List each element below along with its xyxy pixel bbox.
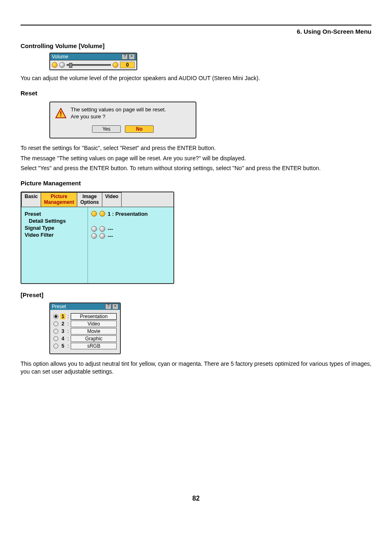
- volume-description: You can adjust the volume level of the p…: [21, 74, 371, 82]
- preset-option-4[interactable]: 4 : Graphic: [53, 335, 117, 342]
- close-icon[interactable]: ×: [129, 54, 135, 60]
- preset-option-1[interactable]: 1 : Presentation: [53, 313, 117, 320]
- volume-title-text: Volume: [52, 54, 68, 60]
- pm-item-detail-settings[interactable]: Detail Settings: [25, 217, 84, 224]
- pm-preset-value: 1 : Presentation: [108, 211, 148, 217]
- radio-icon[interactable]: [53, 314, 58, 319]
- pm-preset-prev-icon[interactable]: [91, 211, 97, 217]
- pm-filter-prev-icon[interactable]: [91, 233, 97, 239]
- reset-message-line1: The setting values on page will be reset…: [71, 106, 166, 113]
- preset-number: 5: [60, 343, 65, 349]
- reset-yes-button[interactable]: Yes: [92, 125, 121, 133]
- preset-titlebar: Preset ? ×: [50, 303, 120, 310]
- preset-option-2[interactable]: 2 : Video: [53, 321, 117, 327]
- volume-increase-button[interactable]: [113, 62, 118, 68]
- tab-image-options[interactable]: Image Options: [77, 192, 102, 207]
- volume-value: 0: [120, 62, 135, 68]
- radio-icon[interactable]: [53, 329, 58, 334]
- warning-icon: [55, 108, 67, 119]
- reset-para1: To reset the settings for "Basic", selec…: [21, 144, 371, 152]
- reset-no-button[interactable]: No: [125, 125, 154, 133]
- pm-signal-value: ---: [108, 226, 113, 232]
- tab-picture-management[interactable]: Picture Management: [41, 192, 77, 207]
- pm-item-signal-type[interactable]: Signal Type: [25, 224, 84, 231]
- volume-slider[interactable]: [67, 64, 111, 66]
- preset-description: This option allows you to adjust neutral…: [21, 360, 371, 376]
- chapter-header: 6. Using On-Screen Menu: [21, 28, 371, 35]
- preset-number: 4: [60, 336, 65, 342]
- radio-icon[interactable]: [53, 336, 58, 341]
- radio-icon[interactable]: [53, 321, 58, 326]
- section-reset-heading: Reset: [21, 90, 371, 97]
- svg-rect-2: [60, 115, 62, 116]
- volume-titlebar: Volume ? ×: [50, 53, 136, 60]
- section-pm-heading: Picture Management: [21, 180, 371, 187]
- pm-filter-next-icon[interactable]: [99, 233, 105, 239]
- tab-pm-line1: Picture: [44, 194, 74, 200]
- pm-signal-next-icon[interactable]: [99, 226, 105, 232]
- reset-para2: The message "The setting values on page …: [21, 155, 371, 162]
- picture-management-menu: Basic Picture Management Image Options V…: [21, 192, 174, 284]
- tab-basic[interactable]: Basic: [21, 192, 41, 207]
- pm-signal-prev-icon[interactable]: [91, 226, 97, 232]
- tab-video[interactable]: Video: [102, 192, 122, 207]
- preset-body: 1 : Presentation 2 : Video 3 : Movie 4 :…: [50, 310, 120, 353]
- section-volume-heading: Controlling Volume [Volume]: [21, 42, 371, 49]
- radio-icon[interactable]: [53, 344, 58, 349]
- reset-message-line2: Are you sure ?: [71, 113, 166, 120]
- reset-para3: Select "Yes" and press the ENTER button.…: [21, 164, 371, 172]
- preset-option-3[interactable]: 3 : Movie: [53, 328, 117, 335]
- preset-label: Movie: [71, 328, 117, 335]
- close-icon[interactable]: ×: [112, 304, 118, 309]
- pm-item-video-filter[interactable]: Video Filter: [25, 231, 84, 238]
- help-icon[interactable]: ?: [122, 54, 128, 60]
- reset-dialog: The setting values on page will be reset…: [49, 102, 196, 138]
- tab-pm-line2: Management: [44, 200, 74, 205]
- preset-title-text: Preset: [52, 304, 66, 309]
- preset-number: 2: [60, 321, 65, 327]
- volume-slider-handle[interactable]: [69, 63, 72, 68]
- preset-dialog: Preset ? × 1 : Presentation 2 : Video 3: [49, 302, 121, 354]
- preset-number: 1: [60, 314, 65, 319]
- preset-label: sRGB: [71, 343, 117, 349]
- preset-label: Video: [71, 321, 117, 327]
- preset-option-5[interactable]: 5 : sRGB: [53, 343, 117, 349]
- svg-rect-1: [60, 111, 62, 115]
- preset-label: Presentation: [71, 313, 117, 320]
- pm-filter-value: ---: [108, 233, 113, 239]
- volume-decrease-step-button[interactable]: [59, 62, 65, 68]
- volume-widget: Volume ? × 0: [49, 53, 137, 70]
- section-preset-heading: [Preset]: [21, 291, 371, 298]
- pm-item-preset[interactable]: Preset: [25, 210, 84, 217]
- tab-io-line1: Image: [80, 194, 99, 200]
- tab-io-line2: Options: [80, 200, 99, 205]
- page-number: 82: [21, 495, 371, 502]
- help-icon[interactable]: ?: [105, 304, 111, 309]
- pm-preset-next-icon[interactable]: [99, 211, 105, 217]
- preset-number: 3: [60, 328, 65, 334]
- volume-decrease-button[interactable]: [52, 62, 58, 68]
- preset-label: Graphic: [71, 335, 117, 342]
